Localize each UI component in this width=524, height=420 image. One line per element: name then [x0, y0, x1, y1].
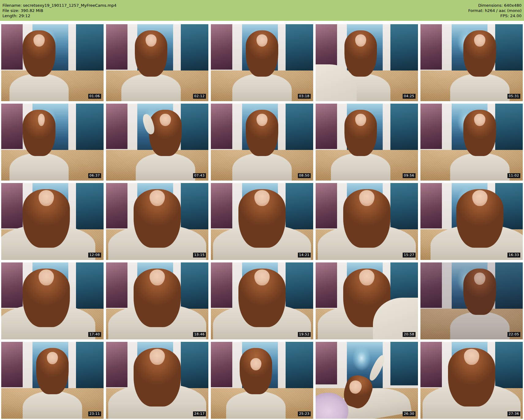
scene-face — [150, 349, 165, 365]
scene-face — [39, 190, 54, 206]
timestamp-badge: 23:11 — [88, 411, 101, 416]
length-value: 29:12 — [19, 13, 30, 18]
thumbnail: 24:17 — [106, 342, 208, 419]
timestamp-badge: 22:05 — [507, 332, 520, 337]
thumbnail: 07:43 — [106, 104, 208, 181]
filesize-value: 390.82 MiB — [21, 8, 43, 13]
scene-face — [355, 34, 366, 47]
metadata-left: Filename:secretsexy19_190117_1257_MyFree… — [2, 3, 116, 21]
timestamp-badge: 12:08 — [88, 253, 101, 258]
scene-face — [359, 190, 374, 206]
scene-face — [146, 34, 157, 47]
scene-shade — [420, 262, 523, 339]
thumbnail: 16:33 — [420, 183, 523, 260]
scene-face — [160, 114, 171, 126]
scene-face — [359, 269, 374, 286]
contact-sheet: Filename:secretsexy19_190117_1257_MyFree… — [0, 0, 524, 419]
timestamp-badge: 11:02 — [507, 173, 520, 178]
thumbnail: 08:50 — [211, 104, 313, 181]
thumbnail: 25:23 — [211, 342, 313, 419]
thumbnail: 19:52 — [211, 262, 313, 339]
timestamp-badge: 04:25 — [403, 94, 416, 99]
scene-face — [355, 114, 366, 126]
thumbnail: 15:27 — [316, 183, 418, 260]
length-line: Length:29:12 — [2, 13, 116, 18]
timestamp-badge: 14:21 — [298, 253, 311, 258]
scene-face — [38, 114, 45, 126]
thumbnail: 11:02 — [420, 104, 523, 181]
scene-face — [474, 34, 485, 47]
timestamp-badge: 01:06 — [88, 94, 101, 99]
format-label: Format: — [468, 8, 484, 13]
scene-face — [256, 114, 268, 126]
scene-face — [39, 269, 54, 286]
scene-face — [33, 34, 45, 47]
scene-face — [150, 269, 165, 286]
thumbnail: 17:40 — [1, 262, 104, 339]
fps-line: FPS:24.00 — [468, 13, 522, 18]
thumbnail: 04:25 — [316, 24, 418, 101]
timestamp-badge: 20:58 — [403, 332, 416, 337]
scene-face — [474, 114, 485, 126]
filesize-label: File size: — [2, 8, 19, 13]
scene-face — [472, 190, 488, 206]
timestamp-badge: 24:17 — [193, 411, 206, 416]
timestamp-badge: 26:30 — [403, 411, 416, 416]
timestamp-badge: 27:36 — [507, 411, 520, 416]
thumbnail: 03:18 — [211, 24, 313, 101]
length-label: Length: — [2, 13, 17, 18]
scene-face — [256, 34, 268, 47]
format-line: Format:h264 / aac (mono) — [468, 8, 522, 13]
format-value: h264 / aac (mono) — [485, 8, 522, 13]
thumbnail: 26:30 — [316, 342, 418, 419]
thumbnail: 09:56 — [316, 104, 418, 181]
thumbnail-grid: 01:06 02:12 03:18 04:25 — [1, 24, 523, 419]
timestamp-badge: 13:15 — [193, 253, 206, 258]
thumbnail: 02:12 — [106, 24, 208, 101]
scene-face — [254, 190, 270, 206]
timestamp-badge: 25:23 — [298, 411, 311, 416]
scene-face — [250, 358, 262, 370]
filesize-line: File size:390.82 MiB — [2, 8, 116, 13]
thumbnail: 18:46 — [106, 262, 208, 339]
dimensions-line: Dimensions:640x480 — [468, 3, 522, 8]
timestamp-badge: 03:18 — [298, 94, 311, 99]
timestamp-badge: 16:33 — [507, 253, 520, 258]
thumbnail: 20:58 — [316, 262, 418, 339]
scene-face — [254, 269, 270, 286]
thumbnail: 27:36 — [420, 342, 523, 419]
thumbnail: 23:11 — [1, 342, 104, 419]
fps-label: FPS: — [500, 13, 509, 18]
fps-value: 24.00 — [510, 13, 522, 18]
scene-face — [150, 190, 165, 206]
thumbnail: 14:21 — [211, 183, 313, 260]
thumbnail: 05:31 — [420, 24, 523, 101]
thumbnail: 22:05 — [420, 262, 523, 339]
timestamp-badge: 05:31 — [507, 94, 520, 99]
scene-hair — [240, 348, 272, 394]
scene-face — [464, 349, 479, 365]
scene-sweater — [450, 74, 510, 101]
timestamp-badge: 15:27 — [403, 253, 416, 258]
filename-line: Filename:secretsexy19_190117_1257_MyFree… — [2, 3, 116, 8]
thumbnail: 06:37 — [1, 104, 104, 181]
timestamp-badge: 06:37 — [88, 173, 101, 178]
timestamp-badge: 07:43 — [193, 173, 206, 178]
filename-value: secretsexy19_190117_1257_MyFreeCams.mp4 — [23, 3, 116, 8]
thumbnail: 13:15 — [106, 183, 208, 260]
timestamp-badge: 08:50 — [298, 173, 311, 178]
thumbnail: 01:06 — [1, 24, 104, 101]
timestamp-badge: 18:46 — [193, 332, 206, 337]
timestamp-badge: 19:52 — [298, 332, 311, 337]
thumbnail: 12:08 — [1, 183, 104, 260]
timestamp-badge: 02:12 — [193, 94, 206, 99]
metadata-right: Dimensions:640x480 Format:h264 / aac (mo… — [468, 3, 522, 21]
scene-sweater — [450, 153, 510, 181]
dimensions-label: Dimensions: — [478, 3, 503, 8]
metadata-header: Filename:secretsexy19_190117_1257_MyFree… — [0, 0, 524, 21]
dimensions-value: 640x480 — [504, 3, 522, 8]
scene-sweater — [136, 153, 195, 181]
scene-face — [47, 352, 58, 364]
timestamp-badge: 17:40 — [88, 332, 101, 337]
timestamp-badge: 09:56 — [403, 173, 416, 178]
